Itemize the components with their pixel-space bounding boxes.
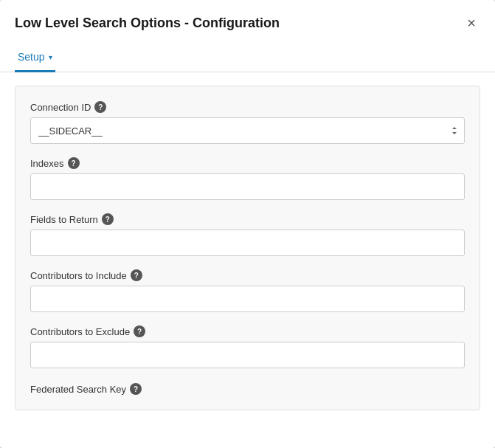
contributors-include-help-icon[interactable]: ? [131,269,142,281]
indexes-group: Indexes ? [30,157,465,200]
federated-search-key-label: Federated Search Key ? [30,382,465,395]
indexes-input[interactable] [30,173,465,200]
form-card: Connection ID ? __SIDECAR__ Indexes ? Fi… [15,86,480,410]
contributors-exclude-group: Contributors to Exclude ? [30,325,465,368]
contributors-exclude-label: Contributors to Exclude ? [30,325,465,337]
contributors-include-label: Contributors to Include ? [30,269,465,281]
modal-body: Connection ID ? __SIDECAR__ Indexes ? Fi… [0,72,495,448]
indexes-label: Indexes ? [30,157,465,169]
connection-id-select[interactable]: __SIDECAR__ [30,117,465,144]
contributors-include-input[interactable] [30,286,465,312]
fields-to-return-help-icon[interactable]: ? [102,213,114,225]
tab-setup[interactable]: Setup ▾ [15,44,55,72]
connection-id-help-icon[interactable]: ? [94,101,106,113]
indexes-help-icon[interactable]: ? [68,157,80,169]
contributors-exclude-input[interactable] [30,342,465,368]
fields-to-return-input[interactable] [30,230,465,256]
connection-id-label: Connection ID ? [30,101,465,113]
fields-to-return-label: Fields to Return ? [30,213,465,225]
modal-title: Low Level Search Options - Configuration [15,15,280,31]
contributors-exclude-help-icon[interactable]: ? [134,325,145,337]
modal-header: Low Level Search Options - Configuration… [0,0,495,44]
federated-search-key-help-icon[interactable]: ? [130,383,142,395]
federated-search-key-group: Federated Search Key ? [30,382,465,395]
contributors-include-group: Contributors to Include ? [30,269,465,312]
tab-setup-label: Setup [18,51,45,63]
tabs-bar: Setup ▾ [0,44,495,72]
close-button[interactable]: × [463,13,480,33]
chevron-down-icon: ▾ [49,53,52,61]
connection-id-group: Connection ID ? __SIDECAR__ [30,101,465,144]
modal: Low Level Search Options - Configuration… [0,0,495,448]
fields-to-return-group: Fields to Return ? [30,213,465,256]
